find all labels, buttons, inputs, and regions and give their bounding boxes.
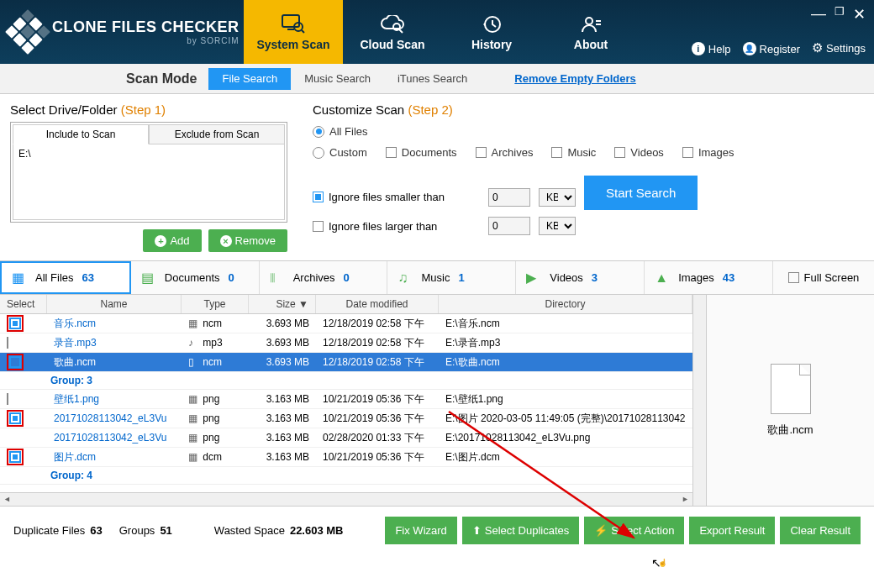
ignore-smaller-value[interactable]	[488, 188, 530, 207]
preview-panel: 歌曲.ncm	[706, 295, 874, 506]
maximize-button[interactable]: ❐	[835, 5, 845, 24]
vertical-scrollbar[interactable]	[692, 295, 706, 506]
col-date[interactable]: Date modified	[316, 295, 439, 313]
row-directory: E:\录音.mp3	[439, 336, 692, 350]
row-name: 音乐.ncm	[47, 317, 182, 331]
folder-list[interactable]: E:\	[13, 144, 285, 220]
row-size: 3.693 MB	[249, 318, 316, 329]
select-action-button[interactable]: ⚡Select Action	[584, 517, 684, 544]
col-name[interactable]: Name	[47, 295, 182, 313]
export-result-button[interactable]: Export Result	[689, 517, 775, 544]
ignore-larger-unit[interactable]: KB	[539, 217, 576, 235]
table-row[interactable]: 歌曲.ncm▯ ncm3.693 MB12/18/2019 02:58 下午E:…	[0, 353, 692, 372]
row-size: 3.163 MB	[249, 393, 316, 405]
radio-all-files[interactable]: All Files	[313, 125, 368, 138]
video-icon: ▶	[526, 270, 543, 286]
group-header[interactable]: Group: 3	[0, 372, 692, 390]
sort-desc-icon: ▼	[298, 298, 308, 310]
cat-videos[interactable]: ▶Videos3	[516, 261, 645, 294]
close-button[interactable]: ✕	[853, 5, 866, 24]
row-checkbox[interactable]	[0, 315, 47, 332]
table-row[interactable]: 录音.mp3♪ mp33.693 MB12/18/2019 02:58 下午E:…	[0, 333, 692, 353]
col-directory[interactable]: Directory	[439, 295, 692, 313]
ignore-smaller-unit[interactable]: KB	[539, 188, 576, 207]
remove-empty-folders-link[interactable]: Remove Empty Folders	[514, 72, 636, 85]
tab-file-search[interactable]: File Search	[208, 68, 291, 90]
horizontal-scrollbar[interactable]	[0, 492, 692, 506]
file-icon: ▦	[188, 393, 200, 405]
cat-archives[interactable]: ⦀Archives0	[260, 261, 388, 294]
table-row[interactable]: 20171028113042_eL3Vu▦ png3.163 MB10/21/2…	[0, 409, 692, 428]
col-size[interactable]: Size ▼	[249, 295, 316, 313]
history-icon	[481, 13, 503, 36]
row-size: 3.693 MB	[249, 356, 316, 368]
cat-music[interactable]: ♫Music1	[387, 261, 516, 294]
row-checkbox[interactable]	[0, 337, 47, 349]
app-title: CLONE FILES CHECKER	[52, 18, 240, 36]
cat-images[interactable]: ▲Images43	[645, 261, 773, 294]
remove-button[interactable]: ×Remove	[208, 229, 287, 252]
tab-about[interactable]: About	[541, 0, 640, 64]
row-date: 10/21/2019 05:36 下午	[316, 392, 439, 407]
row-type: ♪ mp3	[182, 337, 249, 349]
row-checkbox[interactable]	[0, 410, 47, 427]
cat-all-files[interactable]: ▦All Files63	[0, 261, 131, 294]
check-music[interactable]: Music	[551, 146, 596, 159]
row-checkbox[interactable]	[0, 393, 47, 405]
check-documents[interactable]: Documents	[386, 146, 457, 159]
group-header[interactable]: Group: 4	[0, 467, 692, 485]
start-search-button[interactable]: Start Search	[584, 176, 698, 210]
help-link[interactable]: iHelp	[692, 42, 731, 55]
tab-itunes-search[interactable]: iTunes Search	[384, 68, 481, 90]
col-type[interactable]: Type	[182, 295, 249, 313]
register-link[interactable]: 👤Register	[743, 42, 800, 55]
check-ignore-larger[interactable]: Ignore files larger than	[313, 220, 480, 233]
check-archives[interactable]: Archives	[476, 146, 534, 159]
row-date: 10/21/2019 05:36 下午	[316, 412, 439, 426]
table-row[interactable]: 壁纸1.png▦ png3.163 MB10/21/2019 05:36 下午E…	[0, 390, 692, 409]
scanmode-label: Scan Mode	[126, 71, 197, 87]
exclude-tab[interactable]: Exclude from Scan	[149, 124, 285, 144]
row-checkbox[interactable]	[0, 449, 47, 465]
add-button[interactable]: +Add	[143, 229, 201, 252]
ignore-larger-value[interactable]	[488, 217, 530, 235]
select-duplicates-button[interactable]: ⬆Select Duplicates	[462, 517, 579, 544]
tab-history[interactable]: History	[442, 0, 541, 64]
table-row[interactable]: 音乐.ncm▦ ncm3.693 MB12/18/2019 02:58 下午E:…	[0, 314, 692, 333]
include-tab[interactable]: Include to Scan	[13, 124, 149, 144]
check-ignore-smaller[interactable]: Ignore files smaller than	[313, 191, 480, 203]
tab-system-scan[interactable]: System Scan	[244, 0, 343, 64]
settings-link[interactable]: ⚙Settings	[812, 40, 866, 55]
cat-documents[interactable]: ▤Documents0	[131, 261, 260, 294]
step2-panel: Customize Scan (Step 2) All Files Custom…	[313, 102, 864, 252]
scanmode-bar: Scan Mode File Search Music Search iTune…	[0, 64, 874, 94]
check-images[interactable]: Images	[682, 146, 734, 159]
checkbox-icon	[614, 147, 625, 158]
file-icon: ▦	[188, 451, 200, 463]
table-row[interactable]: 图片.dcm▦ dcm3.163 MB10/21/2019 05:36 下午E:…	[0, 448, 692, 467]
fix-wizard-button[interactable]: Fix Wizard	[385, 517, 456, 544]
tab-music-search[interactable]: Music Search	[291, 68, 384, 90]
checkbox-icon	[682, 147, 693, 158]
row-checkbox[interactable]	[0, 354, 47, 370]
svg-rect-1	[287, 29, 294, 30]
file-icon: ▦	[188, 412, 200, 424]
radio-custom[interactable]: Custom	[313, 146, 367, 159]
wasted-label: Wasted Space	[214, 524, 285, 537]
fullscreen-toggle[interactable]: Full Screen	[773, 261, 874, 294]
row-date: 02/28/2020 01:33 下午	[316, 431, 439, 445]
row-directory: E:\音乐.ncm	[439, 317, 692, 331]
row-size: 3.163 MB	[249, 412, 316, 424]
check-videos[interactable]: Videos	[614, 146, 664, 159]
minimize-button[interactable]: —	[811, 5, 826, 24]
clear-result-button[interactable]: Clear Result	[780, 517, 861, 544]
col-select[interactable]: Select	[0, 295, 47, 313]
row-name: 录音.mp3	[47, 336, 182, 350]
image-icon: ▲	[655, 270, 671, 286]
row-type: ▦ png	[182, 412, 249, 424]
file-icon: ▯	[188, 356, 200, 368]
results-table: Select Name Type Size ▼ Date modified Di…	[0, 295, 692, 506]
category-tabs: ▦All Files63 ▤Documents0 ⦀Archives0 ♫Mus…	[0, 260, 874, 295]
tab-cloud-scan[interactable]: Cloud Scan	[343, 0, 442, 64]
table-row[interactable]: 20171028113042_eL3Vu▦ png3.163 MB02/28/2…	[0, 428, 692, 448]
